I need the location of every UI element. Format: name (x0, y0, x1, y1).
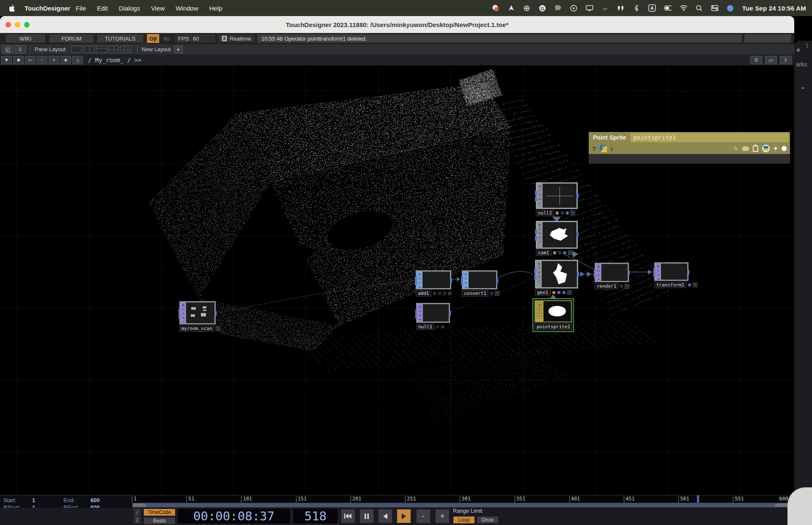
g-app-icon[interactable]: G (539, 4, 546, 12)
beats-mode-button[interactable]: Beats (143, 517, 176, 525)
node-output-connector[interactable] (577, 272, 579, 276)
maximize-viewer-icon[interactable]: ▭ (765, 56, 777, 64)
wifi-icon[interactable] (680, 4, 687, 12)
menu-file[interactable]: File (70, 5, 91, 12)
node-output-connector[interactable] (214, 311, 217, 316)
apple-menu-icon[interactable] (8, 4, 16, 12)
i-toggle-button[interactable]: I (134, 517, 140, 523)
node-display-flag[interactable] (441, 325, 444, 329)
add-layout-button[interactable]: + (174, 46, 183, 53)
forward-icon[interactable]: ⇨ (37, 56, 47, 64)
node-display-flag[interactable] (443, 291, 447, 295)
copy-parameters-icon[interactable] (753, 146, 758, 152)
node-plus-flag[interactable]: + (571, 211, 575, 215)
play-circle-icon[interactable] (570, 4, 578, 12)
python-help-icon[interactable]: ? (600, 145, 607, 152)
fps-box[interactable]: FPS: 60 (174, 34, 216, 43)
network-path-breadcrumb[interactable]: / My_room_ / >> (88, 57, 141, 63)
node-display-flag[interactable] (563, 251, 567, 255)
menu-window[interactable]: Window (170, 5, 203, 12)
menu-help[interactable]: Help (204, 5, 228, 12)
node-display-flag[interactable] (688, 283, 691, 287)
timecode-mode-button[interactable]: TimeCode (143, 509, 176, 516)
node-input-connector[interactable] (535, 230, 537, 234)
node-display-flag[interactable] (438, 291, 442, 295)
node-output-connector[interactable] (628, 271, 630, 275)
once-button[interactable]: Once (477, 516, 499, 524)
node-null2[interactable]: ⚙✎✕➜✑ (536, 182, 578, 209)
forum-button[interactable]: FORUM (49, 34, 94, 43)
node-label-cam1[interactable]: cam1 (536, 250, 551, 256)
menu-dialogs[interactable]: Dialogs (113, 5, 145, 12)
node-input-connector[interactable] (534, 269, 536, 274)
node-plus-flag[interactable]: + (568, 250, 573, 255)
timeline-value-field[interactable]: 1 (32, 497, 35, 503)
layout-preset-5[interactable] (121, 46, 131, 53)
node-label-add1[interactable]: add1 (416, 290, 431, 297)
node-input-connector[interactable] (461, 280, 463, 285)
collapse-params-icon[interactable]: ⇩ (780, 56, 792, 64)
node-input-connector[interactable] (535, 191, 537, 195)
node-input-connector[interactable] (534, 275, 536, 280)
menubar-clock[interactable]: Tue Sep 24 10:56 AM (742, 5, 806, 12)
node-label-null2[interactable]: null2 (536, 210, 554, 216)
realtime-toggle[interactable]: X Realtime (218, 34, 255, 43)
airpods-icon[interactable] (617, 4, 625, 12)
node-display-flag[interactable] (555, 211, 559, 215)
play-button[interactable] (397, 509, 411, 523)
node-label-geo1[interactable]: geo1 (535, 289, 551, 296)
home-icon[interactable]: ⌂ (72, 56, 83, 64)
python-expressions-icon[interactable] (762, 145, 770, 152)
tutorials-button[interactable]: TUTORIALS (96, 34, 144, 43)
node-label-convert1[interactable]: convert1 (462, 290, 488, 297)
playhead[interactable] (697, 495, 699, 503)
layout-preset-4[interactable] (108, 46, 119, 53)
layout-preset-single[interactable] (71, 46, 82, 53)
chat-icon[interactable] (554, 4, 562, 12)
range-handle-left[interactable]: ··· (133, 503, 146, 507)
node-convert1[interactable]: ⚙✎✕➜✑ (462, 270, 497, 289)
node-plus-flag[interactable]: + (567, 290, 572, 295)
node-plus-flag[interactable]: + (216, 326, 220, 331)
node-geo1[interactable]: ⚙✎✕➜✑ (535, 260, 578, 289)
midi-oi-indicator[interactable]: O|I (147, 34, 159, 43)
range-handle-right[interactable]: ··· (775, 503, 788, 507)
edit-comment-icon[interactable]: ✎ (733, 145, 738, 152)
child-count-indicator[interactable]: 0 (750, 56, 762, 64)
node-display-flag[interactable] (565, 211, 569, 215)
node-input-connector[interactable] (535, 236, 537, 241)
node-output-connector[interactable] (687, 270, 689, 275)
pane-type-dropdown[interactable]: ▼ (1, 56, 12, 64)
decrement-frame-button[interactable]: - (416, 509, 431, 523)
timeline-range-bar[interactable]: ··· ··· (132, 503, 789, 508)
realtime-checkbox[interactable]: X (222, 36, 227, 41)
info-icon[interactable]: i (611, 145, 612, 152)
maximize-pane-icon[interactable]: ◱ (2, 45, 13, 54)
node-output-connector[interactable] (576, 193, 579, 198)
node-display-flag[interactable] (490, 291, 494, 295)
battery-icon[interactable] (664, 4, 672, 12)
stop-button[interactable]: ■ (13, 56, 24, 64)
node-input-connector[interactable] (535, 197, 537, 201)
node-input-connector[interactable] (415, 314, 417, 319)
node-input-connector[interactable] (594, 273, 596, 278)
node-output-connector[interactable] (450, 278, 452, 283)
chevron-down-icon[interactable]: ⌄ (800, 83, 806, 91)
node-display-flag[interactable] (553, 251, 557, 255)
increment-frame-button[interactable]: + (435, 509, 450, 523)
keyboard-brightness-icon[interactable] (601, 4, 609, 12)
node-input-connector[interactable] (653, 272, 656, 277)
node-label-transform1[interactable]: transform1 (654, 282, 686, 288)
node-display-flag[interactable] (557, 291, 561, 294)
node-transform1[interactable]: ⚙✎✕➜✑ (654, 262, 689, 281)
parameter-mode-icon[interactable] (782, 146, 787, 151)
node-render1[interactable]: ⚙✎✕➜✑ (595, 263, 629, 282)
menu-view[interactable]: View (145, 5, 170, 12)
back-icon[interactable]: ⇦ (25, 56, 36, 64)
window-titlebar[interactable]: TouchDesigner 2023.11880: /Users/minkyuw… (0, 16, 794, 33)
node-label-null1[interactable]: null1 (416, 324, 434, 330)
bookmark-star-icon[interactable]: ★ (60, 56, 71, 64)
node-output-connector[interactable] (449, 311, 451, 316)
node-label-render1[interactable]: render1 (595, 283, 618, 289)
node-display-flag[interactable] (562, 291, 566, 294)
